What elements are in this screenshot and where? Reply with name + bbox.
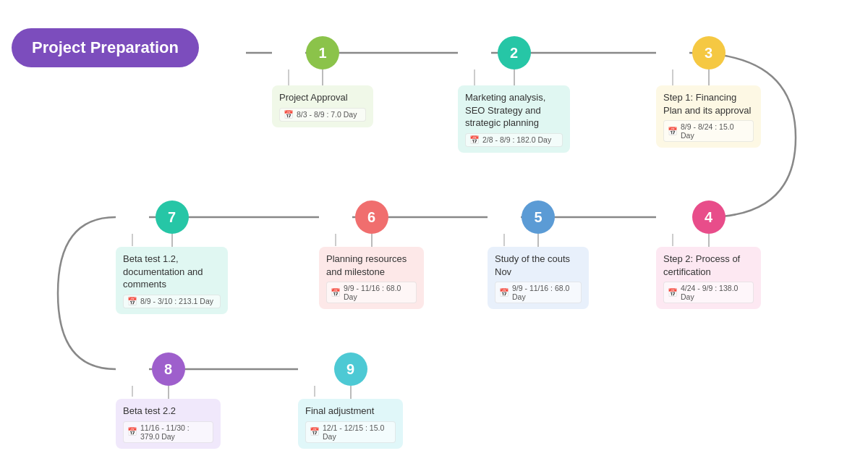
- diagram-container: Project Preparation 1 Project Approval 📅…: [0, 0, 868, 456]
- node-title-4: Step 2: Process of certification: [663, 253, 754, 278]
- calendar-icon-8: 📅: [127, 427, 137, 436]
- calendar-icon-5: 📅: [499, 288, 509, 297]
- node-card-3: Step 1: Financing Plan and its approval …: [656, 85, 761, 148]
- node-card-2: Marketing analysis, SEO Strategy and str…: [458, 85, 570, 153]
- node-title-1: Project Approval: [279, 91, 366, 104]
- node-card-9: Final adjustment 📅 12/1 - 12/15 : 15.0 D…: [298, 399, 403, 449]
- node-circle-3: 3: [692, 36, 726, 69]
- node-card-6: Planning resources and milestone 📅 9/9 -…: [319, 247, 424, 309]
- node-circle-7: 7: [156, 200, 189, 234]
- node-title-6: Planning resources and milestone: [326, 253, 417, 278]
- node-card-1: Project Approval 📅 8/3 - 8/9 : 7.0 Day: [272, 85, 373, 127]
- node-4: 4 Step 2: Process of certification 📅 4/2…: [656, 200, 761, 309]
- node-date-4: 📅 4/24 - 9/9 : 138.0 Day: [663, 282, 754, 303]
- calendar-icon-1: 📅: [284, 110, 294, 119]
- node-date-2: 📅 2/8 - 8/9 : 182.0 Day: [465, 133, 563, 147]
- node-circle-4: 4: [692, 200, 726, 234]
- node-date-9: 📅 12/1 - 12/15 : 15.0 Day: [305, 421, 396, 443]
- node-circle-2: 2: [498, 36, 531, 69]
- calendar-icon-4: 📅: [668, 288, 678, 297]
- project-title: Project Preparation: [12, 28, 199, 67]
- node-date-3: 📅 8/9 - 8/24 : 15.0 Day: [663, 120, 754, 142]
- node-card-5: Study of the couts Nov 📅 9/9 - 11/16 : 6…: [488, 247, 589, 309]
- node-date-8: 📅 11/16 - 11/30 : 379.0 Day: [123, 421, 213, 443]
- node-8: 8 Beta test 2.2 📅 11/16 - 11/30 : 379.0 …: [116, 352, 221, 449]
- node-3: 3 Step 1: Financing Plan and its approva…: [656, 36, 761, 148]
- node-circle-1: 1: [306, 36, 339, 69]
- node-title-8: Beta test 2.2: [123, 405, 213, 418]
- node-title-3: Step 1: Financing Plan and its approval: [663, 91, 754, 117]
- node-title-2: Marketing analysis, SEO Strategy and str…: [465, 91, 563, 130]
- node-card-7: Beta test 1.2, documentation and comment…: [116, 247, 228, 314]
- calendar-icon-9: 📅: [310, 427, 320, 436]
- node-title-7: Beta test 1.2, documentation and comment…: [123, 253, 221, 291]
- node-title-5: Study of the couts Nov: [495, 253, 582, 278]
- calendar-icon-3: 📅: [668, 127, 678, 136]
- node-circle-8: 8: [152, 352, 185, 386]
- node-date-1: 📅 8/3 - 8/9 : 7.0 Day: [279, 108, 366, 122]
- node-title-9: Final adjustment: [305, 405, 396, 418]
- calendar-icon-6: 📅: [331, 288, 341, 297]
- calendar-icon-7: 📅: [127, 297, 137, 306]
- node-6: 6 Planning resources and milestone 📅 9/9…: [319, 200, 424, 309]
- node-date-5: 📅 9/9 - 11/16 : 68.0 Day: [495, 282, 582, 303]
- node-2: 2 Marketing analysis, SEO Strategy and s…: [458, 36, 570, 153]
- node-date-6: 📅 9/9 - 11/16 : 68.0 Day: [326, 282, 417, 303]
- node-9: 9 Final adjustment 📅 12/1 - 12/15 : 15.0…: [298, 352, 403, 449]
- node-date-7: 📅 8/9 - 3/10 : 213.1 Day: [123, 295, 221, 308]
- node-1: 1 Project Approval 📅 8/3 - 8/9 : 7.0 Day: [272, 36, 373, 127]
- calendar-icon-2: 📅: [469, 135, 480, 145]
- node-card-8: Beta test 2.2 📅 11/16 - 11/30 : 379.0 Da…: [116, 399, 221, 449]
- node-circle-9: 9: [334, 352, 367, 386]
- node-circle-6: 6: [355, 200, 388, 234]
- node-5: 5 Study of the couts Nov 📅 9/9 - 11/16 :…: [488, 200, 589, 309]
- node-circle-5: 5: [522, 200, 555, 234]
- node-7: 7 Beta test 1.2, documentation and comme…: [116, 200, 228, 314]
- node-card-4: Step 2: Process of certification 📅 4/24 …: [656, 247, 761, 309]
